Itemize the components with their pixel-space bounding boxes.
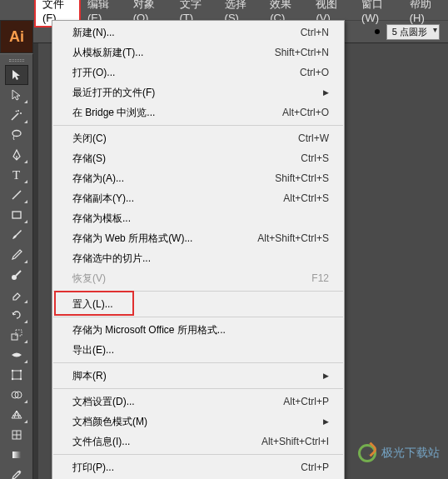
menu-item-label: 从模板新建(T)...: [72, 45, 275, 60]
menu-item[interactable]: 存储选中的切片...: [52, 248, 344, 268]
menu-window[interactable]: 窗口(W): [354, 0, 402, 27]
menu-item[interactable]: 存储为 Web 所用格式(W)...Alt+Shift+Ctrl+S: [52, 228, 344, 248]
menu-item[interactable]: 脚本(R)▶: [52, 366, 344, 386]
magic-wand-tool-icon[interactable]: [5, 105, 28, 125]
menu-item-label: 存储(S): [72, 151, 301, 166]
menu-item[interactable]: 存储为模板...: [52, 208, 344, 228]
menu-item[interactable]: 打开(O)...Ctrl+O: [52, 62, 344, 82]
free-transform-tool-icon[interactable]: [5, 365, 28, 385]
menu-item-label: 存储为 Web 所用格式(W)...: [72, 231, 257, 246]
file-menu-dropdown: 新建(N)...Ctrl+N从模板新建(T)...Shift+Ctrl+N打开(…: [52, 20, 345, 479]
svg-rect-4: [12, 334, 17, 340]
menu-separator: [53, 388, 343, 389]
svg-point-9: [11, 378, 12, 380]
svg-rect-5: [16, 330, 22, 336]
menu-separator: [53, 454, 343, 455]
menu-item[interactable]: 从模板新建(T)...Shift+Ctrl+N: [52, 42, 344, 62]
menu-item-shortcut: Alt+Ctrl+S: [283, 191, 329, 206]
menu-item-shortcut: Ctrl+P: [301, 460, 329, 475]
shape-builder-tool-icon[interactable]: [5, 385, 28, 405]
menu-item-label: 最近打开的文件(F): [72, 85, 323, 100]
brush-combo[interactable]: 5 点圆形: [386, 24, 440, 40]
svg-point-7: [11, 370, 12, 372]
menu-item-label: 打印(P)...: [72, 460, 301, 475]
menu-separator: [53, 125, 343, 126]
menu-item[interactable]: 置入(L)...: [52, 294, 344, 314]
menu-item-label: 文档颜色模式(M): [72, 414, 323, 429]
menu-item-label: 存储副本(Y)...: [72, 191, 283, 206]
panel-grip-icon[interactable]: [9, 59, 24, 62]
rotate-tool-icon[interactable]: [5, 305, 28, 325]
submenu-arrow-icon: ▶: [323, 368, 329, 383]
menu-item[interactable]: 导出(E)...: [52, 340, 344, 360]
menu-item-shortcut: Alt+Ctrl+O: [282, 105, 329, 120]
menu-item-shortcut: Ctrl+W: [298, 131, 329, 146]
menu-item[interactable]: 文档颜色模式(M)▶: [52, 412, 344, 432]
menu-item-label: 在 Bridge 中浏览...: [72, 105, 282, 120]
menu-item[interactable]: 存储为(A)...Shift+Ctrl+S: [52, 168, 344, 188]
eraser-tool-icon[interactable]: [5, 285, 28, 305]
svg-point-0: [12, 131, 21, 137]
svg-point-8: [19, 370, 21, 372]
menu-item-shortcut: Alt+Shift+Ctrl+I: [261, 434, 329, 449]
menu-help[interactable]: 帮助(H): [402, 0, 448, 27]
menu-item[interactable]: 打印(P)...Ctrl+P: [52, 457, 344, 477]
lasso-tool-icon[interactable]: [5, 125, 28, 145]
menu-item-shortcut: F12: [311, 271, 329, 286]
menu-item-shortcut: Alt+Shift+Ctrl+S: [257, 231, 329, 246]
menu-item-label: 脚本(R): [72, 368, 323, 383]
gradient-tool-icon[interactable]: [5, 445, 28, 465]
pencil-tool-icon[interactable]: [5, 245, 28, 265]
main-menubar: 文件(F) 编辑(E) 对象(O) 文字(T) 选择(S) 效果(C) 视图(V…: [0, 0, 448, 20]
svg-rect-2: [12, 212, 21, 218]
menu-separator: [53, 362, 343, 363]
menu-item-label: 存储为 Microsoft Office 所用格式...: [72, 322, 329, 337]
menu-item-shortcut: Ctrl+S: [301, 151, 329, 166]
scale-tool-icon[interactable]: [5, 325, 28, 345]
menu-item[interactable]: 文档设置(D)...Alt+Ctrl+P: [52, 392, 344, 412]
width-tool-icon[interactable]: [5, 345, 28, 365]
menu-item-shortcut: Ctrl+N: [301, 25, 329, 40]
menu-item-shortcut: Ctrl+O: [300, 65, 329, 80]
eyedropper-tool-icon[interactable]: [5, 465, 28, 479]
pen-tool-icon[interactable]: [5, 145, 28, 165]
svg-rect-14: [12, 452, 21, 458]
paintbrush-tool-icon[interactable]: [5, 225, 28, 245]
brush-preview-icon: [375, 29, 380, 34]
menu-item[interactable]: 存储(S)Ctrl+S: [52, 148, 344, 168]
app-logo: Ai: [0, 20, 33, 53]
perspective-tool-icon[interactable]: [5, 405, 28, 425]
watermark-icon: [358, 444, 376, 462]
menu-item-label: 置入(L)...: [72, 297, 329, 312]
menu-item[interactable]: 存储为 Microsoft Office 所用格式...: [52, 320, 344, 340]
submenu-arrow-icon: ▶: [323, 85, 329, 100]
rectangle-tool-icon[interactable]: [5, 205, 28, 225]
menu-item-label: 新建(N)...: [72, 25, 301, 40]
menu-item[interactable]: 存储副本(Y)...Alt+Ctrl+S: [52, 188, 344, 208]
menu-item-label: 文件信息(I)...: [72, 434, 261, 449]
blob-brush-tool-icon[interactable]: [5, 265, 28, 285]
submenu-arrow-icon: ▶: [323, 414, 329, 429]
menu-item-label: 存储为(A)...: [72, 171, 275, 186]
selection-tool-icon[interactable]: [5, 65, 28, 85]
line-tool-icon[interactable]: [5, 185, 28, 205]
menu-item[interactable]: 在 Bridge 中浏览...Alt+Ctrl+O: [52, 102, 344, 122]
menu-item[interactable]: 新建(N)...Ctrl+N: [52, 22, 344, 42]
menu-separator: [53, 317, 343, 317]
menu-item[interactable]: 关闭(C)Ctrl+W: [52, 128, 344, 148]
mesh-tool-icon[interactable]: [5, 425, 28, 445]
tools-panel: T: [0, 53, 33, 479]
menu-item-label: 关闭(C): [72, 131, 298, 146]
type-tool-icon[interactable]: T: [5, 165, 28, 185]
watermark-text: 极光下载站: [381, 446, 440, 461]
menu-separator: [53, 291, 343, 292]
menu-item-shortcut: Shift+Ctrl+N: [275, 45, 329, 60]
menu-item: 恢复(V)F12: [52, 268, 344, 288]
menu-item[interactable]: 文件信息(I)...Alt+Shift+Ctrl+I: [52, 432, 344, 452]
menu-item-shortcut: Alt+Ctrl+P: [283, 394, 329, 409]
menu-item-label: 存储为模板...: [72, 211, 329, 226]
svg-point-10: [19, 378, 21, 380]
menu-item[interactable]: 最近打开的文件(F)▶: [52, 82, 344, 102]
menu-item-label: 存储选中的切片...: [72, 251, 329, 266]
direct-selection-tool-icon[interactable]: [5, 85, 28, 105]
